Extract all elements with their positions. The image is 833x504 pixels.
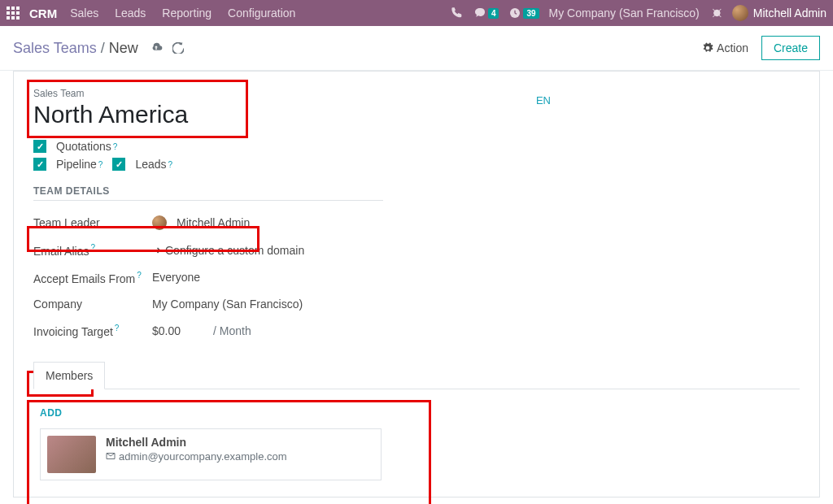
help-icon[interactable]: ? (98, 160, 103, 169)
member-name: Mitchell Admin (106, 436, 287, 449)
avatar-icon (152, 215, 167, 230)
activities-badge: 39 (523, 8, 539, 19)
member-avatar (47, 436, 96, 473)
nav-reporting[interactable]: Reporting (162, 7, 212, 20)
discard-icon[interactable] (172, 42, 184, 54)
member-email: admin@yourcompany.example.com (106, 450, 287, 463)
invoicing-target-label: Invoicing Target? (33, 324, 152, 338)
user-name: Mitchell Admin (753, 7, 826, 20)
team-leader-value: Mitchell Admin (177, 216, 250, 229)
team-leader-label: Team Leader (33, 216, 152, 229)
topbar-right: 4 39 My Company (San Francisco) Mitchell… (451, 5, 826, 21)
gear-icon (702, 42, 713, 54)
help-icon[interactable]: ? (168, 160, 173, 169)
nav-sales[interactable]: Sales (70, 7, 98, 20)
debug-icon[interactable] (709, 7, 722, 20)
accept-emails-label: Accept Emails From? (33, 271, 152, 285)
quotations-label: Quotations (56, 140, 111, 153)
app-brand[interactable]: CRM (29, 7, 57, 20)
configure-domain-link[interactable]: Configure a custom domain (152, 244, 304, 257)
pipeline-checkbox[interactable] (33, 158, 46, 171)
form-sheet: Sales Team North America EN Quotations? … (13, 71, 820, 497)
topbar: CRM Sales Leads Reporting Configuration … (0, 0, 833, 26)
invoicing-target-field[interactable]: $0.00 / Month (152, 324, 251, 337)
create-button[interactable]: Create (761, 36, 820, 60)
voip-icon[interactable] (451, 7, 464, 20)
help-icon[interactable]: ? (113, 142, 118, 151)
leads-checkbox[interactable] (112, 158, 125, 171)
nav-configuration[interactable]: Configuration (228, 7, 295, 20)
arrow-right-icon (152, 245, 162, 255)
tab-members[interactable]: Members (33, 362, 105, 389)
accept-emails-field[interactable]: Everyone (152, 271, 200, 284)
options-group: Quotations? Pipeline? Leads? (33, 140, 800, 171)
add-member-button[interactable]: ADD (40, 407, 793, 419)
user-menu[interactable]: Mitchell Admin (732, 5, 826, 21)
tabbar: Members (33, 361, 800, 389)
team-name-label: Sales Team (33, 88, 800, 99)
help-icon[interactable]: ? (137, 271, 142, 280)
company-switcher[interactable]: My Company (San Francisco) (549, 7, 700, 20)
activities-icon[interactable]: 39 (508, 7, 539, 20)
breadcrumb-sep: / (101, 40, 109, 56)
company-label: Company (33, 298, 152, 311)
form-wrap: Sales Team North America EN Quotations? … (0, 71, 833, 504)
member-card[interactable]: Mitchell Admin admin@yourcompany.example… (40, 428, 382, 480)
envelope-icon (106, 452, 116, 460)
apps-icon[interactable] (7, 7, 20, 20)
quotations-checkbox[interactable] (33, 140, 46, 153)
nav-leads[interactable]: Leads (115, 7, 146, 20)
messages-icon[interactable]: 4 (473, 7, 499, 20)
action-label: Action (717, 41, 748, 54)
help-icon[interactable]: ? (90, 243, 95, 252)
leads-label: Leads (135, 158, 166, 171)
email-alias-label: Email Alias? (33, 243, 152, 258)
control-panel: Sales Teams / New Action Create (0, 26, 833, 71)
team-name-input[interactable]: North America (33, 101, 800, 128)
company-field[interactable]: My Company (San Francisco) (152, 298, 303, 311)
breadcrumb-current: New (109, 40, 138, 56)
action-button[interactable]: Action (702, 41, 748, 54)
cloud-save-icon[interactable] (150, 42, 163, 54)
messages-badge: 4 (488, 8, 499, 19)
help-icon[interactable]: ? (115, 324, 120, 332)
team-leader-field[interactable]: Mitchell Admin (152, 215, 250, 230)
avatar-icon (732, 5, 748, 21)
breadcrumb-root[interactable]: Sales Teams (13, 40, 97, 56)
pipeline-label: Pipeline (56, 158, 97, 171)
breadcrumb: Sales Teams / New (13, 40, 138, 57)
lang-button[interactable]: EN (536, 94, 551, 106)
section-team-details: TEAM DETAILS (33, 185, 383, 201)
